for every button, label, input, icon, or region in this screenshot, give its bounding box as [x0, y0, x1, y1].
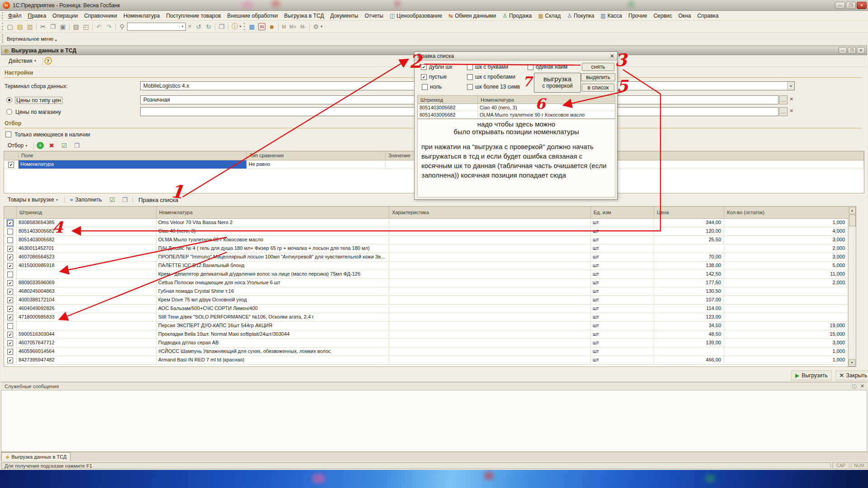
cell-flag[interactable]: ✔ [4, 305, 17, 313]
row-checkbox[interactable]: ✔ [7, 340, 13, 346]
calculator-icon[interactable]: ▦ [247, 22, 257, 31]
chevron-down-icon[interactable]: ▼ [239, 25, 242, 28]
cell-flag[interactable] [4, 322, 17, 330]
new-document-icon[interactable]: ▢ [5, 22, 15, 31]
cell-qty[interactable]: 3,000 [724, 236, 848, 244]
menu-item[interactable]: Справка [694, 11, 722, 20]
cell-name[interactable]: АОС Бальзам/500+СЧС СОРТИ Лимон/400 [156, 305, 389, 313]
clear-search-icon[interactable]: ✕ [188, 23, 192, 29]
table-row[interactable]: ✔4605966014564#СЙОСС Шампунь Увлажняющий… [4, 347, 856, 356]
cell-unit[interactable]: шт [591, 279, 654, 287]
cell-barcode[interactable]: 5900516303044 [17, 330, 156, 338]
cell-characteristic[interactable] [389, 296, 591, 304]
cell-name[interactable]: Губная помада Crystal Shine т.16 [156, 287, 389, 296]
pages-icon[interactable]: ❐ [72, 141, 82, 150]
memory-recall-button[interactable]: M [280, 24, 288, 29]
cell-unit[interactable]: шт [591, 262, 654, 270]
row-checkbox[interactable]: ✔ [7, 254, 13, 260]
table-row[interactable]: ✔8427395947482Armand Basi IN RED 7 ml td… [4, 356, 856, 365]
cell-price[interactable]: 34,50 [654, 322, 724, 330]
cell-unit[interactable]: шт [591, 236, 654, 244]
cell-name[interactable]: Подводка д/глаз серая АВ [156, 339, 389, 347]
toolbar-grip[interactable] [244, 23, 245, 31]
close-button[interactable]: ✕ [857, 2, 867, 9]
cell-name[interactable]: Still Тени д/век "SOLO PERFORMANCE" №106… [156, 313, 389, 321]
delete-row-icon[interactable]: ✖ [47, 141, 57, 150]
refresh-back-icon[interactable]: ↺ [193, 22, 203, 31]
dialog-header-name[interactable]: Номенклатура [478, 96, 615, 104]
fill-button[interactable]: » Заполнить [66, 195, 106, 205]
choose-button[interactable]: … [779, 95, 788, 104]
table-row[interactable]: 8051403005682Ciao 40 (nero, 3)шт120,004,… [4, 227, 856, 236]
memory-add-button[interactable]: M+ [288, 24, 298, 29]
toolbar-grip[interactable] [2, 34, 3, 43]
cell-characteristic[interactable] [389, 253, 591, 261]
cell-name[interactable]: Крем - депилятор деликатный д/удаления в… [156, 270, 389, 278]
cell-barcode[interactable]: 8051403005682 [418, 104, 478, 111]
cell-name[interactable]: Ciao 40 (nero, 3) [478, 104, 615, 111]
cell-flag[interactable]: ✔ [4, 313, 17, 321]
price-store-radio[interactable] [6, 109, 12, 116]
cell-flag[interactable] [4, 236, 17, 244]
table-row[interactable]: Крем - депилятор деликатный д/удаления в… [4, 270, 856, 279]
cell-price[interactable]: 25,50 [654, 236, 724, 244]
cell-price[interactable]: 177,50 [654, 279, 724, 287]
cell-qty[interactable] [724, 296, 848, 304]
table-row[interactable]: 8051403005682OLMA Мыло туалетное 90 г Ко… [4, 236, 856, 244]
cell-flag[interactable]: ✔ [4, 330, 17, 338]
cell-characteristic[interactable] [389, 339, 591, 347]
empty-checkbox[interactable]: ✔пустые [421, 74, 447, 80]
cell-qty[interactable] [724, 287, 848, 296]
cell-qty[interactable]: 1,000 [724, 347, 848, 356]
row-checkbox[interactable]: ✔ [7, 263, 13, 269]
goods-menu-button[interactable]: Товары к выгрузке▼ [4, 195, 63, 205]
cell-name[interactable]: ПАЛЕТТЕ ICC B12 Ванильный блонд [156, 262, 389, 270]
menu-item[interactable]: Отчеты [361, 11, 386, 20]
menu-item[interactable]: Внешние обработки [224, 11, 281, 20]
chevron-down-icon[interactable]: ▼ [787, 82, 794, 90]
menu-item[interactable]: Операции [49, 11, 81, 20]
print-icon[interactable]: ▧ [71, 22, 81, 31]
cell-unit[interactable]: шт [591, 244, 654, 253]
row-checkbox[interactable] [7, 237, 13, 243]
chevron-down-icon[interactable]: ▼ [320, 25, 323, 28]
price-store-label[interactable]: Цены по магазину [15, 109, 61, 115]
dialog-title-bar[interactable]: Правка списка ✕ [415, 52, 617, 61]
to-list-button[interactable]: в список [582, 84, 614, 92]
upload-button[interactable]: ▶ Выгрузить [791, 371, 832, 380]
choose-button[interactable]: … [779, 107, 788, 116]
filter-cell-field[interactable]: Номенклатура [19, 160, 247, 169]
cell-price[interactable]: 142,50 [654, 270, 724, 278]
cell-barcode[interactable]: 8051403005682 [17, 236, 156, 244]
cell-qty[interactable]: 5,000 [724, 262, 848, 270]
barcode-letters-checkbox[interactable]: шк с буквами [467, 64, 508, 70]
price-type-radio[interactable] [6, 97, 12, 104]
window-tab[interactable]: ◈ Выгрузка данных в ТСД [1, 452, 71, 461]
cell-flag[interactable]: ✔ [4, 279, 17, 287]
save-icon[interactable]: ▥ [25, 22, 35, 31]
dup-barcode-checkbox[interactable]: ✔дубли шк [421, 64, 452, 70]
menu-item[interactable]: Выгрузка в ТСД [281, 11, 327, 20]
table-row[interactable]: Персия ЭКСПЕРТ ДУО-КАПС 16шт 544гр АКЦИЯ… [4, 322, 856, 330]
cell-barcode[interactable]: 4607086564523 [17, 253, 156, 261]
row-checkbox[interactable]: ✔ [7, 246, 13, 252]
cell-characteristic[interactable] [389, 262, 591, 270]
row-checkbox[interactable]: ✔ [7, 332, 13, 338]
cell-barcode[interactable]: 8427395947482 [17, 356, 156, 364]
cell-price[interactable]: 114,00 [654, 305, 724, 313]
only-available-label[interactable]: Только имеющиеся в наличии [14, 131, 90, 138]
cell-name[interactable]: OLMA Мыло туалетное 90 г Кокосовое масло [156, 236, 389, 244]
print-preview-icon[interactable]: ◰ [81, 22, 91, 31]
scrollbar-thumb[interactable] [849, 215, 856, 226]
memory-subtract-button[interactable]: M- [298, 24, 308, 29]
cell-characteristic[interactable] [389, 244, 591, 253]
table-row[interactable]: ✔4630011452701П/Н Дюшес № 4 ( гель для д… [4, 244, 856, 253]
cell-name[interactable]: #СЙОСС Шампунь Увлажняющий для сухих, об… [156, 347, 389, 356]
cell-flag[interactable]: ✔ [4, 347, 17, 356]
dialog-header-barcode[interactable]: Штрихкод [418, 96, 478, 104]
cell-barcode[interactable] [17, 322, 156, 330]
cell-barcode[interactable]: 4015000985918 [17, 262, 156, 270]
cell-characteristic[interactable] [389, 270, 591, 278]
header-name[interactable]: Номенклатура [156, 206, 389, 219]
scroll-up-icon[interactable]: ▲ [849, 207, 856, 214]
